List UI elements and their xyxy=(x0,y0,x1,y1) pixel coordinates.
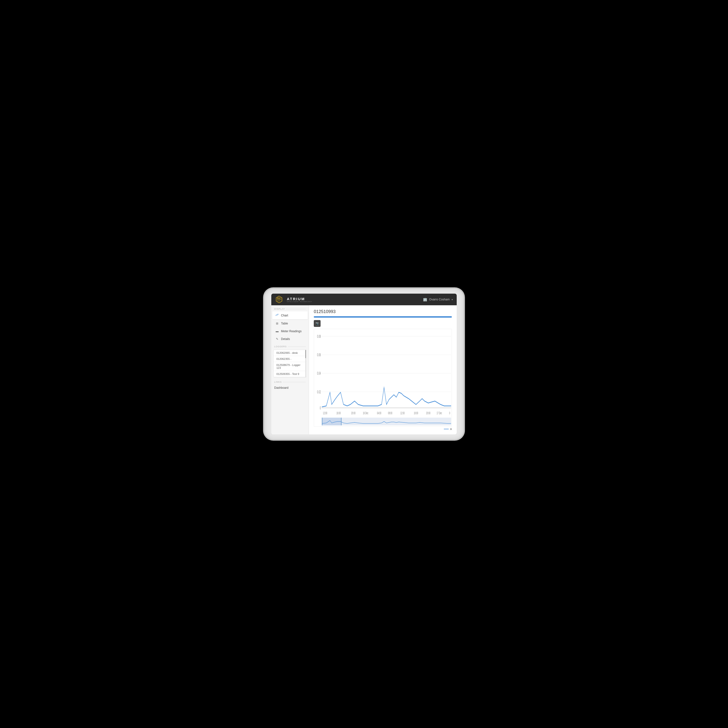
svg-text:12:00: 12:00 xyxy=(401,411,405,415)
sidebar-item-meter-readings[interactable]: ▬ Meter Readings xyxy=(272,327,308,335)
brand-subtitle: INTELLIGENT TECHNOLOGY xyxy=(287,301,312,302)
logo-hex-icon xyxy=(275,295,283,303)
tablet-screen: ATRIUM INTELLIGENT TECHNOLOGY 🏢 Ovarro C… xyxy=(271,294,457,434)
brand-block: ATRIUM INTELLIGENT TECHNOLOGY xyxy=(287,297,312,302)
scrollbar-thumb xyxy=(305,350,306,358)
svg-text:20:00: 20:00 xyxy=(426,411,430,415)
camera-button[interactable]: 📷 xyxy=(314,320,321,327)
legend-label-a: A xyxy=(450,428,452,430)
logger-item-2[interactable]: 012062355 - xyxy=(274,356,306,362)
chart-icon xyxy=(275,313,279,317)
progress-bar xyxy=(314,316,452,318)
svg-text:0: 0 xyxy=(449,411,450,415)
svg-rect-5 xyxy=(277,300,278,301)
svg-text:0.04: 0.04 xyxy=(317,372,321,376)
header: ATRIUM INTELLIGENT TECHNOLOGY 🏢 Ovarro C… xyxy=(271,294,457,305)
svg-text:0.06: 0.06 xyxy=(317,353,321,357)
toolbar: 📷 xyxy=(314,320,452,327)
chart-label: Chart xyxy=(281,314,288,317)
sidebar-item-details[interactable]: ✎ Details xyxy=(272,335,308,343)
table-label: Table xyxy=(281,322,288,325)
svg-rect-1 xyxy=(277,298,278,299)
logger-item-4[interactable]: 012509355 - Test 9 xyxy=(274,371,306,377)
main-content: Display Chart ⊞ Table ▬ Meter Readings xyxy=(271,305,457,434)
svg-rect-3 xyxy=(277,299,278,300)
svg-text:0.02: 0.02 xyxy=(317,390,321,394)
loggers-list: 012062065 - desk 012062355 - 012508679 -… xyxy=(273,350,307,377)
chart-container: 0.08 0.06 0.04 0.02 0 xyxy=(314,329,452,427)
svg-rect-34 xyxy=(341,418,341,425)
meter-readings-label: Meter Readings xyxy=(281,330,301,333)
location-icon: 🏢 xyxy=(423,298,427,301)
svg-rect-7 xyxy=(280,298,281,299)
details-label: Details xyxy=(281,337,290,341)
links-section-label: Links xyxy=(271,378,309,384)
svg-rect-4 xyxy=(278,299,280,300)
sidebar-item-dashboard[interactable]: Dashboard xyxy=(271,384,309,392)
tablet-device: ATRIUM INTELLIGENT TECHNOLOGY 🏢 Ovarro C… xyxy=(265,289,463,439)
table-icon: ⊞ xyxy=(275,322,279,325)
location-name: Ovarro Cosham xyxy=(429,298,450,301)
page-title: 012510993 xyxy=(314,309,452,314)
legend-line-a xyxy=(444,429,449,429)
chart-area: 012510993 📷 0.08 0.06 0.04 0.02 0 xyxy=(309,305,457,434)
display-section-label: Display xyxy=(271,305,309,311)
meter-icon: ▬ xyxy=(275,330,279,333)
logger-item-3[interactable]: 012508679 - Logger 123 xyxy=(274,362,306,371)
logger-item-1[interactable]: 012062065 - desk xyxy=(274,350,306,356)
svg-rect-6 xyxy=(278,300,280,301)
sidebar-item-chart[interactable]: Chart xyxy=(272,311,308,320)
sidebar-item-table[interactable]: ⊞ Table xyxy=(272,320,308,327)
camera-icon: 📷 xyxy=(315,322,319,325)
svg-text:08:00: 08:00 xyxy=(388,411,392,415)
svg-text:17 Dec: 17 Dec xyxy=(437,411,442,415)
svg-text:0.08: 0.08 xyxy=(317,334,321,339)
svg-text:20:00: 20:00 xyxy=(351,411,355,415)
svg-text:16:00: 16:00 xyxy=(336,411,341,415)
svg-text:12:00: 12:00 xyxy=(323,411,327,415)
sidebar: Display Chart ⊞ Table ▬ Meter Readings xyxy=(271,305,309,434)
brand-name: ATRIUM xyxy=(287,297,312,301)
svg-rect-8 xyxy=(280,299,281,300)
chart-legend: A xyxy=(314,428,452,430)
loggers-scrollbar[interactable] xyxy=(305,350,306,377)
loggers-section-label: Loggers xyxy=(271,343,309,349)
svg-text:04:00: 04:00 xyxy=(377,411,381,415)
svg-text:0: 0 xyxy=(320,406,321,410)
location-selector[interactable]: 🏢 Ovarro Cosham ▾ xyxy=(423,298,453,301)
svg-text:16:00: 16:00 xyxy=(414,411,418,415)
chart-svg: 0.08 0.06 0.04 0.02 0 xyxy=(314,329,451,427)
chevron-down-icon: ▾ xyxy=(451,298,453,301)
pencil-icon: ✎ xyxy=(275,337,279,341)
svg-text:16 Dec: 16 Dec xyxy=(363,411,369,415)
svg-rect-33 xyxy=(322,418,322,425)
svg-rect-2 xyxy=(278,298,280,299)
